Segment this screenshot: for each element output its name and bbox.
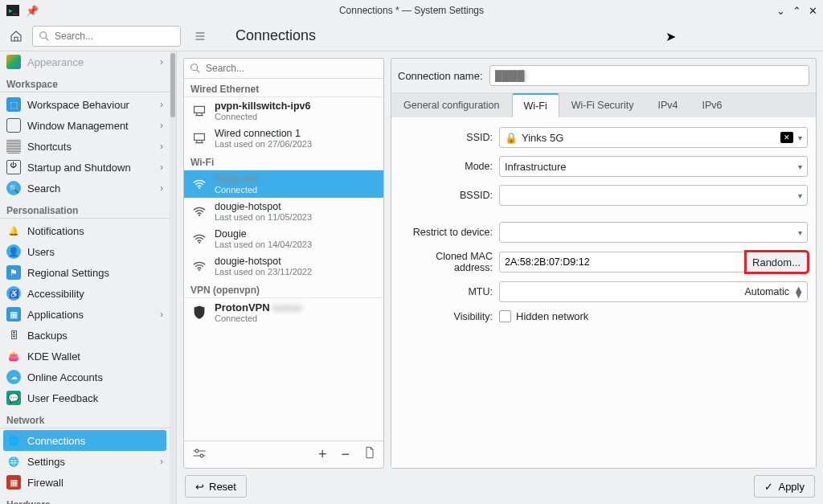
users-icon: 👤 [6, 244, 21, 259]
conn-group-wired: Wired Ethernet [184, 79, 383, 97]
svg-rect-4 [194, 106, 205, 113]
wifi-icon [190, 230, 208, 248]
restrict-label: Restrict to device: [399, 227, 493, 238]
appearance-icon [6, 55, 21, 69]
chevron-right-icon: › [160, 141, 163, 152]
connection-search-input[interactable] [206, 63, 379, 74]
footer-buttons: ↩Reset ✓Apply [183, 475, 817, 498]
conn-item-selected[interactable]: Yinks 5GConnected [184, 170, 383, 198]
home-icon [10, 30, 23, 43]
remove-connection-button[interactable]: − [341, 446, 350, 463]
pin-icon[interactable]: 📌 [26, 5, 39, 17]
chevron-down-icon: ▾ [798, 191, 802, 200]
globe-icon: 🌐 [6, 433, 21, 448]
svg-point-7 [199, 215, 200, 216]
sidebar-item-appearance[interactable]: Appearance › [0, 51, 170, 72]
flag-icon: ⚑ [6, 265, 21, 280]
search-icon [38, 30, 51, 43]
sidebar-item-accessibility[interactable]: ♿Accessibility [0, 283, 170, 304]
sidebar-item-search[interactable]: 🔍Search› [0, 178, 170, 199]
app-menu-icon[interactable]: ▸_ [6, 5, 19, 16]
feedback-icon: 💬 [6, 391, 21, 405]
global-search-input[interactable] [55, 31, 175, 42]
mtu-label: MTU: [399, 286, 493, 297]
search-circle-icon: 🔍 [6, 181, 21, 195]
tab-ipv6[interactable]: IPv6 [690, 93, 734, 117]
mac-address-input[interactable] [499, 252, 746, 272]
svg-point-2 [191, 64, 198, 71]
add-connection-button[interactable]: + [318, 446, 327, 463]
sidebar-item-window-management[interactable]: Window Management› [0, 115, 170, 136]
workspace-behaviour-icon: ⬚ [6, 97, 21, 112]
connection-search[interactable] [184, 59, 383, 79]
sidebar-item-backups[interactable]: 🗄Backups [0, 325, 170, 346]
sidebar-item-user-feedback[interactable]: 💬User Feedback [0, 387, 170, 408]
sidebar-item-regional[interactable]: ⚑Regional Settings [0, 262, 170, 283]
sidebar-item-online-accounts[interactable]: ☁Online Accounts [0, 367, 170, 387]
ssid-label: SSID: [399, 132, 493, 143]
tab-wifi[interactable]: Wi-Fi [512, 93, 559, 117]
tab-ipv4[interactable]: IPv4 [645, 93, 690, 117]
conn-item[interactable]: DougieLast used on 14/04/2023 [184, 225, 383, 252]
chevron-down-icon: ▾ [798, 162, 802, 171]
export-connection-button[interactable] [364, 446, 375, 463]
apply-button[interactable]: ✓Apply [754, 475, 815, 498]
wifi-icon [190, 257, 208, 275]
home-button[interactable] [6, 27, 26, 46]
sidebar-section-workspace: Workspace [0, 72, 170, 92]
connection-name-input[interactable] [489, 65, 809, 86]
sidebar-item-shortcuts[interactable]: Shortcuts› [0, 136, 170, 157]
conn-group-vpn: VPN (openvpn) [184, 280, 383, 298]
shortcuts-icon [6, 139, 21, 154]
hamburger-icon [194, 30, 207, 43]
globe-settings-icon: 🌐 [6, 454, 21, 469]
minimize-icon[interactable]: ⌄ [775, 5, 786, 17]
window-titlebar: ▸_ 📌 Connections * — System Settings ⌄ ⌃… [0, 0, 823, 21]
sidebar-item-settings[interactable]: 🌐Settings› [0, 451, 170, 472]
tab-general[interactable]: General configuration [391, 93, 512, 117]
chevron-right-icon: › [160, 56, 163, 68]
global-search[interactable] [32, 26, 181, 47]
sidebar-item-workspace-behaviour[interactable]: ⬚Workspace Behaviour› [0, 94, 170, 115]
restrict-combo[interactable]: ▾ [499, 222, 808, 243]
sidebar-item-startup-shutdown[interactable]: ⏻Startup and Shutdown› [0, 157, 170, 178]
sidebar-item-kde-wallet[interactable]: 👛KDE Wallet [0, 346, 170, 367]
sidebar-item-users[interactable]: 👤Users [0, 241, 170, 262]
sidebar-section-personalisation: Personalisation [0, 199, 170, 219]
tab-wifi-security[interactable]: Wi-Fi Security [559, 93, 646, 117]
sidebar-item-applications[interactable]: ▦Applications› [0, 304, 170, 325]
search-icon [189, 62, 202, 75]
wallet-icon: 👛 [6, 349, 21, 363]
bssid-combo[interactable]: ▾ [499, 185, 808, 206]
hidden-network-checkbox[interactable] [499, 310, 511, 322]
ethernet-icon [190, 129, 208, 147]
close-icon[interactable]: ✕ [807, 5, 818, 17]
maximize-icon[interactable]: ⌃ [791, 5, 802, 17]
conn-item[interactable]: dougie-hotspotLast used on 23/11/2022 [184, 252, 383, 280]
random-mac-button[interactable]: Random... [746, 252, 808, 272]
config-icon[interactable] [192, 448, 207, 461]
spinner-icon[interactable]: ▲▼ [793, 286, 804, 297]
check-icon: ✓ [764, 481, 773, 493]
conn-item[interactable]: Wired connection 1Last used on 27/06/202… [184, 125, 383, 152]
connection-name-label: Connection name: [398, 70, 483, 82]
conn-item[interactable]: ProtonVPN xxxxxConnected [184, 298, 383, 326]
clear-ssid-icon[interactable]: ✕ [780, 132, 793, 143]
sidebar-item-firewall[interactable]: ▦Firewall [0, 472, 170, 493]
chevron-right-icon: › [160, 162, 163, 173]
menu-button[interactable] [190, 27, 210, 46]
svg-line-1 [46, 38, 48, 40]
conn-item[interactable]: dougie-hotspotLast used on 11/05/2023 [184, 198, 383, 225]
mode-combo[interactable]: Infrastructure▾ [499, 156, 808, 177]
scrollbar-thumb[interactable] [170, 53, 175, 117]
sidebar-item-notifications[interactable]: 🔔Notifications [0, 220, 170, 241]
conn-item[interactable]: pvpn-killswitch-ipv6Connected [184, 97, 383, 125]
svg-point-9 [199, 269, 200, 271]
ssid-combo[interactable]: 🔒Yinks 5G ✕▾ [499, 127, 808, 148]
main-toolbar: Connections [0, 21, 823, 51]
sidebar-scrollbar[interactable] [170, 51, 176, 504]
sidebar-item-connections[interactable]: 🌐Connections [3, 430, 166, 451]
connection-detail-panel: Connection name: General configuration W… [391, 58, 817, 469]
reset-button[interactable]: ↩Reset [185, 475, 247, 498]
mtu-input[interactable]: Automatic▲▼ [499, 281, 808, 302]
